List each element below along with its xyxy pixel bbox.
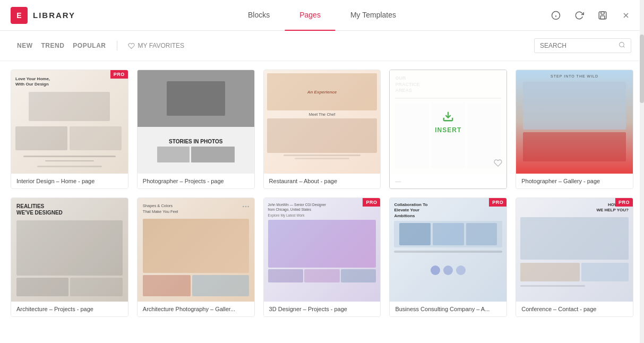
filter-new[interactable]: NEW: [13, 40, 37, 52]
logo-area: E LIBRARY: [11, 7, 96, 24]
template-card[interactable]: Shapes & ColorsThat Make You Feel Archit…: [137, 198, 255, 317]
card-title: Interior Design – Home - page: [11, 174, 128, 188]
card-thumbnail: REALITIESWE'VE DESIGNED: [11, 198, 128, 302]
card-thumbnail: Shapes & ColorsThat Make You Feel: [138, 198, 254, 302]
tab-pages[interactable]: Pages: [285, 0, 336, 31]
modal-header: E LIBRARY Blocks Pages My Templates: [0, 0, 644, 31]
library-title: LIBRARY: [33, 11, 75, 20]
card-thumbnail: PRO HOW CANWE HELP YOU?: [516, 198, 633, 302]
pro-badge: PRO: [110, 70, 128, 79]
card-title: Business Consulting Company – A...: [390, 302, 506, 316]
svg-point-13: [247, 206, 249, 208]
card-title: Photographer – Projects - page: [138, 174, 254, 188]
close-button[interactable]: [619, 8, 633, 23]
favorites-button[interactable]: MY FAVORITES: [124, 40, 189, 52]
svg-rect-5: [600, 15, 605, 19]
svg-point-11: [243, 206, 244, 208]
filter-divider: [117, 41, 117, 50]
template-card[interactable]: PRO HOW CANWE HELP YOU? Conference – Con…: [516, 198, 633, 317]
insert-label: INSERT: [435, 126, 461, 134]
info-button[interactable]: [548, 8, 563, 23]
search-input[interactable]: [540, 42, 614, 49]
svg-point-12: [245, 206, 246, 208]
card-title: —: [390, 174, 506, 188]
card-thumbnail: PRO John MceWin — Senior CGI Designerfro…: [264, 198, 381, 302]
template-card[interactable]: An Experience Meet The Chef Restaurant –…: [263, 70, 381, 189]
template-card[interactable]: REALITIESWE'VE DESIGNED Architecture – P…: [11, 198, 128, 317]
template-card[interactable]: PRO Collaboration ToElevate YourAmbition…: [389, 198, 507, 317]
svg-line-9: [623, 46, 624, 47]
card-thumbnail: An Experience Meet The Chef: [264, 70, 381, 174]
insert-button[interactable]: INSERT: [435, 126, 461, 134]
template-card[interactable]: PRO John MceWin — Senior CGI Designerfro…: [263, 198, 381, 317]
card-thumbnail: STEP INTO THE WILD: [516, 70, 633, 174]
refresh-button[interactable]: [572, 8, 587, 23]
card-title: Restaurant – About - page: [264, 174, 381, 188]
favorite-icon[interactable]: [494, 159, 502, 169]
svg-point-8: [620, 42, 624, 47]
svg-rect-4: [601, 12, 604, 14]
insert-overlay: INSERT: [390, 70, 506, 174]
pro-badge: PRO: [363, 198, 380, 207]
scrollbar-thumb: [640, 35, 644, 103]
more-options-icon[interactable]: [242, 202, 250, 213]
card-title: 3D Designer – Projects - page: [264, 302, 381, 316]
search-icon: [619, 41, 625, 50]
card-thumbnail: PRO Collaboration ToElevate YourAmbition…: [390, 198, 506, 302]
card-title: Architecture – Projects - page: [11, 302, 128, 316]
pro-badge: PRO: [489, 198, 506, 207]
nav-tabs: Blocks Pages My Templates: [233, 0, 411, 31]
scrollbar[interactable]: [640, 0, 644, 343]
pro-badge: PRO: [615, 198, 633, 207]
header-actions: [548, 8, 633, 23]
card-title: Photographer – Gallery - page: [516, 174, 633, 188]
card-thumbnail: PRO Love Your Home,With Our Design: [11, 70, 128, 174]
template-card[interactable]: OURPRACTICEAREAS INSERT: [389, 70, 507, 189]
filter-trend[interactable]: TREND: [37, 40, 69, 52]
library-modal: E LIBRARY Blocks Pages My Templates: [0, 0, 644, 343]
card-thumbnail: OURPRACTICEAREAS INSERT: [390, 70, 506, 174]
tab-blocks[interactable]: Blocks: [233, 0, 285, 31]
save-button[interactable]: [595, 8, 610, 23]
template-card[interactable]: PRO Love Your Home,With Our Design Inter…: [11, 70, 128, 189]
card-title: Conference – Contact - page: [516, 302, 633, 316]
search-area[interactable]: [534, 38, 631, 53]
tab-my-templates[interactable]: My Templates: [336, 0, 411, 31]
elementor-logo: E: [11, 7, 28, 24]
template-card[interactable]: STORIES IN PHOTOS Photographer – Project…: [137, 70, 255, 189]
card-title: Architecture Photography – Galler...: [138, 302, 254, 316]
template-grid-container[interactable]: PRO Love Your Home,With Our Design Inter…: [0, 61, 644, 343]
filter-bar: NEW TREND POPULAR MY FAVORITES: [0, 31, 644, 61]
favorites-label: MY FAVORITES: [138, 42, 185, 49]
card-thumbnail: STORIES IN PHOTOS: [138, 70, 254, 174]
filter-popular[interactable]: POPULAR: [68, 40, 110, 52]
template-card[interactable]: STEP INTO THE WILD Photographer – Galler…: [516, 70, 633, 189]
template-grid: PRO Love Your Home,With Our Design Inter…: [11, 70, 633, 317]
